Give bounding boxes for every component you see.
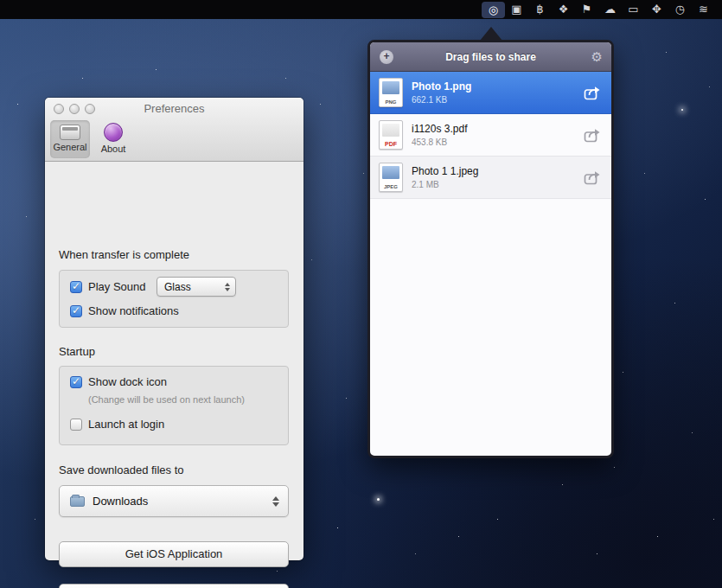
save-section-label: Save downloaded files to	[59, 463, 184, 476]
file-size: 453.8 KB	[412, 137, 584, 147]
window-title: Preferences	[45, 98, 303, 120]
png-file-icon: PNG	[379, 78, 403, 107]
preferences-content: When transfer is complete Play Sound Gla…	[45, 162, 303, 560]
save-folder-value: Downloads	[93, 495, 272, 508]
file-row-i1120s-pdf[interactable]: PDF i1120s 3.pdf 453.8 KB	[370, 114, 611, 157]
toolbar-item-general[interactable]: General	[50, 120, 90, 158]
file-size: 662.1 KB	[412, 95, 584, 105]
dock-change-note: (Change will be used on next launch)	[88, 394, 245, 405]
play-sound-label[interactable]: Play Sound	[88, 280, 146, 293]
transfer-app-menubar-icon[interactable]: ◎	[482, 2, 505, 18]
bright-star	[377, 498, 380, 501]
share-icon[interactable]	[584, 86, 603, 100]
launch-at-login-checkbox[interactable]	[70, 419, 82, 431]
file-name: Photo 1 1.jpeg	[412, 165, 584, 177]
show-notifications-checkbox[interactable]	[70, 305, 82, 317]
file-row-photo11-jpeg[interactable]: JPEG Photo 1 1.jpeg 2.1 MB	[370, 157, 611, 199]
clock-menubar-icon[interactable]: ◷	[668, 0, 692, 19]
toolbar: General About	[50, 120, 133, 158]
sound-popup[interactable]: Glass	[157, 277, 236, 297]
close-button[interactable]	[54, 104, 64, 114]
quit-button[interactable]: Quit	[59, 584, 289, 588]
share-icon[interactable]	[584, 128, 603, 143]
transfer-section-label: When transfer is complete	[59, 248, 189, 261]
spaces-menubar-icon[interactable]: ✥	[645, 0, 668, 19]
add-files-button[interactable]: +	[380, 50, 393, 64]
file-type-badge: JPEG	[380, 184, 402, 189]
share-icon[interactable]	[584, 170, 603, 185]
file-row-photo1-png[interactable]: PNG Photo 1.png 662.1 KB	[370, 72, 611, 114]
wifi-menubar-icon[interactable]: ≋	[692, 0, 715, 19]
show-notifications-label[interactable]: Show notifications	[88, 304, 179, 317]
popover-header: + Drag files to share ⚙	[370, 42, 611, 72]
toolbar-label: General	[53, 142, 86, 152]
save-folder-popup[interactable]: Downloads	[59, 485, 289, 517]
startup-section-label: Startup	[59, 345, 95, 358]
display-menubar-icon[interactable]: ▭	[622, 0, 645, 19]
transfer-groupbox: Play Sound Glass Show notifications	[59, 270, 289, 328]
file-type-badge: PNG	[380, 99, 402, 105]
play-sound-checkbox[interactable]	[70, 281, 82, 293]
popover-title: Drag files to share	[445, 51, 536, 63]
file-name: i1120s 3.pdf	[412, 123, 584, 135]
file-thumbnail	[382, 124, 399, 137]
menu-bar: ◎ ▣ ฿ ❖ ⚑ ☁ ▭ ✥ ◷ ≋	[0, 0, 722, 19]
popup-stepper-icon	[225, 283, 230, 291]
cloud-menubar-icon[interactable]: ☁	[598, 0, 622, 19]
startup-groupbox: Show dock icon (Change will be used on n…	[59, 366, 289, 445]
file-type-badge: PDF	[380, 141, 402, 147]
share-popover: + Drag files to share ⚙ PNG Photo 1.png …	[367, 26, 614, 458]
window-header: Preferences General About	[45, 98, 303, 162]
title-bar[interactable]: Preferences	[45, 98, 303, 120]
bitcoin-menubar-icon[interactable]: ฿	[528, 0, 552, 19]
file-thumbnail	[382, 166, 399, 179]
jpeg-file-icon: JPEG	[379, 163, 403, 192]
pin-menubar-icon[interactable]: ⚑	[575, 0, 598, 19]
popup-stepper-icon	[272, 496, 279, 507]
toolbar-label: About	[101, 144, 126, 154]
about-icon	[104, 123, 123, 142]
show-dock-icon-label[interactable]: Show dock icon	[88, 375, 167, 388]
settings-gear-icon[interactable]: ⚙	[591, 49, 603, 65]
file-thumbnail	[382, 81, 399, 94]
popover-arrow	[480, 27, 502, 41]
pdf-file-icon: PDF	[379, 120, 403, 150]
preferences-window: Preferences General About When transfer …	[45, 98, 303, 560]
show-dock-icon-checkbox[interactable]	[70, 376, 82, 388]
launch-at-login-label[interactable]: Launch at login	[88, 418, 164, 431]
toolbar-item-about[interactable]: About	[93, 120, 133, 158]
zoom-button[interactable]	[85, 104, 95, 114]
file-name: Photo 1.png	[412, 80, 584, 93]
dropbox-menubar-icon[interactable]: ❖	[552, 0, 575, 19]
sound-popup-value: Glass	[164, 281, 225, 293]
bright-star	[681, 109, 683, 111]
photos-menubar-icon[interactable]: ▣	[505, 0, 528, 19]
general-icon	[60, 125, 80, 140]
file-size: 2.1 MB	[412, 180, 584, 189]
minimize-button[interactable]	[69, 104, 80, 114]
folder-icon	[70, 496, 85, 507]
get-ios-application-button[interactable]: Get iOS Application	[59, 541, 289, 567]
